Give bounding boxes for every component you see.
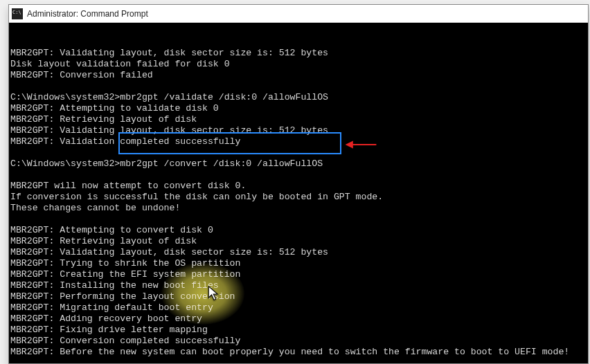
terminal-line: MBR2GPT will now attempt to convert disk… <box>10 181 587 192</box>
terminal-line: MBR2GPT: Validating layout, disk sector … <box>10 247 587 258</box>
terminal-line <box>10 170 587 181</box>
terminal-line: C:\Windows\system32>mbr2gpt /validate /d… <box>10 92 587 103</box>
terminal-line <box>10 358 587 363</box>
command-prompt-window: Administrator: Command Prompt MBR2GPT: V… <box>8 4 589 364</box>
terminal-line: MBR2GPT: Before the new system can boot … <box>10 347 587 358</box>
terminal-line: C:\Windows\system32>mbr2gpt /convert /di… <box>10 158 587 170</box>
cmd-icon <box>12 8 23 19</box>
terminal-line <box>10 147 587 158</box>
terminal-output[interactable]: MBR2GPT: Validating layout, disk sector … <box>9 23 588 363</box>
terminal-line: These changes cannot be undone! <box>10 203 587 214</box>
terminal-line: MBR2GPT: Retrieving layout of disk <box>10 114 587 125</box>
terminal-line: MBR2GPT: Validating layout, disk sector … <box>10 125 587 136</box>
terminal-line <box>10 214 587 225</box>
terminal-line <box>10 81 587 92</box>
terminal-line: MBR2GPT: Retrieving layout of disk <box>10 236 587 247</box>
terminal-line: MBR2GPT: Attempting to validate disk 0 <box>10 103 587 114</box>
terminal-line: If conversion is successful the disk can… <box>10 192 587 203</box>
terminal-line: MBR2GPT: Fixing drive letter mapping <box>10 325 587 336</box>
terminal-line: MBR2GPT: Trying to shrink the OS partiti… <box>10 258 587 269</box>
terminal-line: MBR2GPT: Creating the EFI system partiti… <box>10 269 587 280</box>
terminal-line: MBR2GPT: Migrating default boot entry <box>10 302 587 313</box>
terminal-line: MBR2GPT: Installing the new boot files <box>10 280 587 291</box>
terminal-line: MBR2GPT: Adding recovery boot entry <box>10 313 587 325</box>
terminal-line: MBR2GPT: Validation completed successful… <box>10 136 587 147</box>
terminal-line: MBR2GPT: Performing the layout conversio… <box>10 291 587 302</box>
terminal-line: Disk layout validation failed for disk 0 <box>10 59 587 70</box>
terminal-line: MBR2GPT: Attempting to convert disk 0 <box>10 225 587 236</box>
titlebar[interactable]: Administrator: Command Prompt <box>9 5 588 23</box>
terminal-line: MBR2GPT: Validating layout, disk sector … <box>10 48 587 59</box>
terminal-line: MBR2GPT: Conversion failed <box>10 70 587 81</box>
window-title: Administrator: Command Prompt <box>27 9 148 19</box>
terminal-line: MBR2GPT: Conversion completed successful… <box>10 336 587 347</box>
